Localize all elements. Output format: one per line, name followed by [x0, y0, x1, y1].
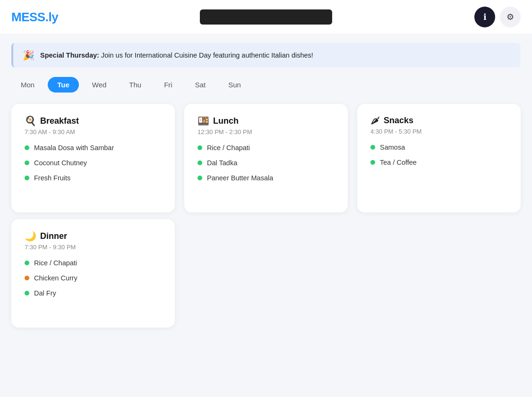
meal-item-text: Masala Dosa with Sambar: [34, 144, 114, 152]
header-actions: ℹ ⚙: [474, 7, 521, 27]
lunch-icon: 🍱: [197, 115, 209, 127]
meal-card-empty: [357, 219, 521, 328]
settings-button[interactable]: ⚙: [500, 7, 521, 27]
day-tab-sat[interactable]: Sat: [186, 77, 215, 93]
snacks-icon: 🌶: [370, 115, 380, 126]
header-search-area: [200, 9, 332, 25]
meal-item: Samosa: [370, 144, 507, 151]
meal-item-dot: [197, 145, 202, 150]
meal-card-breakfast: 🍳Breakfast7:30 AM - 9:30 AMMasala Dosa w…: [11, 104, 175, 212]
meal-item-dot: [25, 160, 29, 165]
meal-item: Dal Fry: [25, 289, 162, 297]
banner-text-body: Join us for International Cuisine Day fe…: [99, 51, 313, 59]
meal-card-lunch: 🍱Lunch12:30 PM - 2:30 PMRice / ChapatiDa…: [184, 104, 348, 212]
snacks-title: Snacks: [384, 116, 413, 126]
info-button[interactable]: ℹ: [474, 7, 495, 27]
meal-item: Paneer Butter Masala: [197, 174, 335, 182]
meal-card-snacks: 🌶Snacks4:30 PM - 5:30 PMSamosaTea / Coff…: [357, 104, 521, 212]
meal-item-text: Dal Fry: [34, 289, 56, 297]
meal-item-text: Paneer Butter Masala: [207, 174, 273, 182]
day-tab-fri[interactable]: Fri: [154, 77, 182, 93]
day-tab-wed[interactable]: Wed: [83, 77, 116, 93]
meal-item: Dal Tadka: [197, 159, 335, 167]
meal-item-text: Coconut Chutney: [34, 159, 87, 167]
dinner-time: 7:30 PM - 9:30 PM: [25, 244, 162, 251]
breakfast-time: 7:30 AM - 9:30 AM: [25, 128, 162, 135]
meal-item-dot: [197, 176, 202, 180]
meal-item-dot: [25, 145, 29, 150]
meal-grid-bottom: 🌙Dinner7:30 PM - 9:30 PMRice / ChapatiCh…: [0, 219, 532, 339]
meal-item-dot: [370, 145, 375, 150]
meal-item-dot: [25, 276, 29, 280]
meal-item-dot: [25, 261, 29, 265]
day-navigation: MonTueWedThuFriSatSun: [0, 68, 532, 97]
meal-item: Rice / Chapati: [25, 259, 162, 267]
meal-item-dot: [370, 160, 375, 165]
meal-item-text: Rice / Chapati: [34, 259, 77, 267]
meal-card-dinner: 🌙Dinner7:30 PM - 9:30 PMRice / ChapatiCh…: [11, 219, 175, 328]
day-tab-thu[interactable]: Thu: [120, 77, 151, 93]
meal-card-empty: [184, 219, 348, 328]
meal-item: Rice / Chapati: [197, 144, 335, 152]
meal-item-text: Dal Tadka: [207, 159, 237, 167]
breakfast-icon: 🍳: [25, 115, 36, 127]
meal-item: Masala Dosa with Sambar: [25, 144, 162, 152]
day-tab-sun[interactable]: Sun: [219, 77, 250, 93]
meal-item: Fresh Fruits: [25, 174, 162, 182]
snacks-time: 4:30 PM - 5:30 PM: [370, 128, 507, 135]
meal-item-text: Samosa: [380, 144, 405, 151]
meal-item-text: Fresh Fruits: [34, 174, 70, 182]
meal-item: Tea / Coffee: [370, 159, 507, 166]
search-bar: [200, 9, 332, 25]
meal-item-text: Chicken Curry: [34, 274, 77, 282]
meal-grid-top: 🍳Breakfast7:30 AM - 9:30 AMMasala Dosa w…: [0, 97, 532, 219]
app-logo: MESS.ly: [11, 10, 58, 25]
lunch-title: Lunch: [213, 116, 239, 126]
banner-text-bold: Special Thursday:: [40, 51, 99, 59]
meal-item: Coconut Chutney: [25, 159, 162, 167]
meal-item-dot: [25, 176, 29, 180]
banner-icon: 🎉: [23, 50, 34, 61]
header: MESS.ly ℹ ⚙: [0, 0, 532, 34]
meal-item-text: Tea / Coffee: [380, 159, 417, 166]
meal-item: Chicken Curry: [25, 274, 162, 282]
meal-item-text: Rice / Chapati: [207, 144, 250, 152]
day-tab-tue[interactable]: Tue: [48, 77, 79, 93]
announcement-banner: 🎉 Special Thursday: Join us for Internat…: [11, 43, 521, 68]
breakfast-title: Breakfast: [40, 116, 79, 126]
meal-item-dot: [25, 291, 29, 296]
banner-text: Special Thursday: Join us for Internatio…: [40, 51, 313, 59]
dinner-icon: 🌙: [25, 230, 36, 242]
dinner-title: Dinner: [40, 231, 67, 241]
day-tab-mon[interactable]: Mon: [11, 77, 44, 93]
lunch-time: 12:30 PM - 2:30 PM: [197, 128, 335, 135]
meal-item-dot: [197, 160, 202, 165]
